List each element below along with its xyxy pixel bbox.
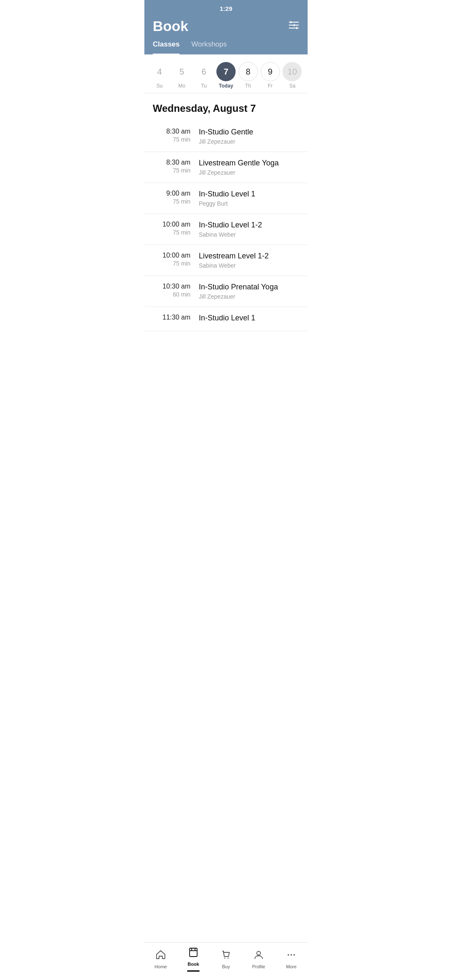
class-info-1: In-Studio Gentle Jill Zepezauer	[199, 128, 299, 145]
class-info-4: In-Studio Level 1-2 Sabina Weber	[199, 221, 299, 238]
class-time-7: 11:30 am	[153, 314, 199, 322]
date-item-sat[interactable]: 10 Sa	[282, 62, 302, 89]
date-label-th: Th	[245, 83, 251, 89]
class-item-3[interactable]: 9:00 am 75 min In-Studio Level 1 Peggy B…	[144, 183, 308, 214]
date-label-su: Su	[157, 83, 163, 89]
class-time-6: 10:30 am 60 min	[153, 283, 199, 298]
tab-workshops[interactable]: Workshops	[191, 40, 227, 54]
date-circle-8: 8	[239, 62, 258, 81]
date-circle-6: 6	[194, 62, 213, 81]
class-info-2: Livestream Gentle Yoga Jill Zepezauer	[199, 159, 299, 176]
class-item-7[interactable]: 11:30 am In-Studio Level 1	[144, 307, 308, 331]
class-item-2[interactable]: 8:30 am 75 min Livestream Gentle Yoga Ji…	[144, 152, 308, 183]
date-circle-10: 10	[282, 62, 302, 81]
class-time-4: 10:00 am 75 min	[153, 221, 199, 236]
class-item-6[interactable]: 10:30 am 60 min In-Studio Prenatal Yoga …	[144, 276, 308, 307]
class-info-3: In-Studio Level 1 Peggy Burt	[199, 190, 299, 207]
date-item-thu[interactable]: 8 Th	[238, 62, 258, 89]
time-display: 1:29	[220, 5, 232, 12]
date-circle-7: 7	[216, 62, 236, 81]
header: 1:29 Book Classes Workshops	[144, 0, 308, 54]
date-item-tue[interactable]: 6 Tu	[194, 62, 214, 89]
header-title-row: Book	[144, 15, 308, 40]
date-circle-4: 4	[150, 62, 169, 81]
class-info-6: In-Studio Prenatal Yoga Jill Zepezauer	[199, 283, 299, 300]
date-picker: 4 Su 5 Mo 6 Tu 7 Today 8 Th 9 Fr 10 Sa	[144, 54, 308, 93]
date-label-tu: Tu	[201, 83, 207, 89]
date-item-fri[interactable]: 9 Fr	[260, 62, 280, 89]
tabs-row: Classes Workshops	[144, 40, 308, 54]
class-item-4[interactable]: 10:00 am 75 min In-Studio Level 1-2 Sabi…	[144, 214, 308, 245]
class-info-5: Livestream Level 1-2 Sabina Weber	[199, 252, 299, 269]
class-item-1[interactable]: 8:30 am 75 min In-Studio Gentle Jill Zep…	[144, 121, 308, 152]
date-label-fr: Fr	[268, 83, 272, 89]
date-circle-5: 5	[172, 62, 191, 81]
date-item-sun[interactable]: 4 Su	[149, 62, 170, 89]
class-time-1: 8:30 am 75 min	[153, 128, 199, 143]
date-label-sa: Sa	[289, 83, 295, 89]
date-item-mon[interactable]: 5 Mo	[172, 62, 192, 89]
page-title: Book	[153, 18, 188, 34]
filter-icon[interactable]	[288, 21, 299, 32]
date-label-today: Today	[219, 83, 233, 89]
class-time-2: 8:30 am 75 min	[153, 159, 199, 174]
date-item-today[interactable]: 7 Today	[216, 62, 236, 89]
class-info-7: In-Studio Level 1	[199, 314, 299, 324]
status-bar: 1:29	[144, 0, 308, 15]
class-time-3: 9:00 am 75 min	[153, 190, 199, 205]
date-circle-9: 9	[261, 62, 280, 81]
class-item-5[interactable]: 10:00 am 75 min Livestream Level 1-2 Sab…	[144, 245, 308, 276]
class-list: 8:30 am 75 min In-Studio Gentle Jill Zep…	[144, 121, 308, 365]
tab-classes[interactable]: Classes	[153, 40, 180, 54]
day-heading: Wednesday, August 7	[144, 93, 308, 121]
class-time-5: 10:00 am 75 min	[153, 252, 199, 267]
date-label-mo: Mo	[178, 83, 185, 89]
